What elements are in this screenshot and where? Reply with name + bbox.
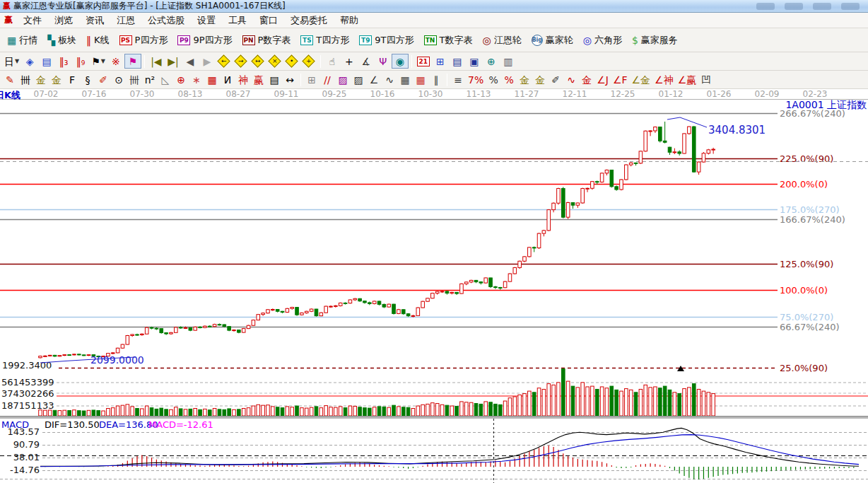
9t-square-button[interactable]: T99T四方形 bbox=[354, 32, 418, 49]
bars9-button[interactable]: ‖₉ bbox=[72, 54, 89, 69]
kline-button[interactable]: ‖K线 bbox=[81, 32, 115, 49]
trend-angle-button[interactable]: ∡ bbox=[358, 54, 375, 69]
menu-item-帮助[interactable]: 帮助 bbox=[334, 13, 365, 27]
zigzag-button[interactable]: ∿ bbox=[382, 73, 397, 86]
time-grid-button[interactable]: 卌 bbox=[127, 73, 142, 86]
grid-red-button[interactable]: ▦ bbox=[413, 73, 428, 86]
gold-red-button[interactable]: 金 bbox=[579, 73, 594, 86]
bars3-button[interactable]: ‖₃ bbox=[55, 54, 72, 69]
winner-wheel-button[interactable]: Big赢家轮 bbox=[527, 32, 578, 49]
shen-angle-button[interactable]: ∠神 bbox=[652, 73, 676, 86]
t-square-button[interactable]: TST四方形 bbox=[295, 32, 354, 49]
info-panel-button[interactable]: ▤ bbox=[38, 54, 55, 69]
save-button[interactable]: ▣ bbox=[466, 54, 483, 69]
pan-hand-button[interactable]: ☝ bbox=[324, 54, 341, 69]
calculator-button[interactable]: ⊞ bbox=[432, 54, 449, 69]
menu-item-文件[interactable]: 文件 bbox=[17, 13, 48, 27]
menu-item-江恩[interactable]: 江恩 bbox=[110, 13, 141, 27]
gold-ratio-button[interactable]: 金 bbox=[33, 73, 49, 86]
t-table-button[interactable]: TNT数字表 bbox=[419, 32, 478, 49]
analysis-brain-button[interactable]: ◉ bbox=[392, 54, 409, 69]
p-table-button[interactable]: PNP数字表 bbox=[237, 32, 296, 49]
grid-dark-button[interactable]: ▦ bbox=[397, 73, 413, 86]
crosshair-button[interactable]: + bbox=[341, 54, 358, 69]
menu-item-窗口[interactable]: 窗口 bbox=[253, 13, 284, 27]
menu-item-公式选股[interactable]: 公式选股 bbox=[141, 13, 191, 27]
gold-angle-button[interactable]: ∠金 bbox=[630, 73, 653, 86]
titlebar-faint-item[interactable] bbox=[841, 3, 860, 10]
menu-item-交易委托[interactable]: 交易委托 bbox=[284, 13, 334, 27]
menu-item-浏览[interactable]: 浏览 bbox=[48, 13, 79, 27]
fan-box2-button[interactable]: ▨ bbox=[351, 73, 366, 86]
p-square-button[interactable]: PSP四方形 bbox=[115, 32, 173, 49]
sectors-button[interactable]: ▚板块 bbox=[42, 32, 81, 49]
gold-ratio2-button[interactable]: 金 bbox=[49, 73, 64, 86]
9p-square-button[interactable]: P99P四方形 bbox=[172, 32, 237, 49]
ying-tool-button[interactable]: 赢 bbox=[251, 73, 266, 86]
titlebar-faint-item[interactable] bbox=[813, 3, 831, 10]
fibonacci-button[interactable]: F bbox=[64, 73, 80, 86]
span-measure-button[interactable]: ↔ bbox=[282, 73, 298, 86]
notes-button[interactable]: ▤ bbox=[449, 54, 466, 69]
calendar-button[interactable]: 21 bbox=[415, 54, 432, 69]
next-bar-button[interactable]: ▶ bbox=[199, 54, 216, 69]
percent-button[interactable]: % bbox=[486, 73, 501, 86]
quotes-button[interactable]: ▦行情 bbox=[2, 32, 42, 49]
spiral-button[interactable]: § bbox=[80, 73, 95, 86]
diamond-collapse-button[interactable]: × bbox=[266, 54, 283, 69]
last-bar-button[interactable]: ▶| bbox=[165, 54, 182, 69]
print-button[interactable]: ▥ bbox=[500, 54, 517, 69]
gann-wheel-button[interactable]: ◎江恩轮 bbox=[477, 32, 526, 49]
percent7-button[interactable]: 7% bbox=[466, 73, 486, 86]
titlebar-faint-item[interactable] bbox=[756, 3, 775, 10]
web-button[interactable]: ⊕ bbox=[483, 54, 500, 69]
wave-mark-button[interactable]: И bbox=[220, 73, 235, 86]
menu-item-资讯[interactable]: 资讯 bbox=[79, 13, 110, 27]
box-grid-button[interactable]: ▦ bbox=[204, 73, 220, 86]
hexagon-button[interactable]: ◎六角形 bbox=[578, 32, 627, 49]
gold-line-button[interactable]: 金 bbox=[532, 73, 548, 86]
fan-lines-button[interactable]: // bbox=[319, 73, 335, 86]
angle-set-button[interactable]: ∠ bbox=[366, 73, 382, 86]
diamond-expand-button[interactable]: + bbox=[300, 54, 317, 69]
menu-item-工具[interactable]: 工具 bbox=[222, 13, 253, 27]
winner-service-button[interactable]: $赢家服务 bbox=[627, 32, 683, 49]
window-grid-button[interactable]: ⊞ bbox=[304, 73, 319, 86]
parallel-button[interactable]: ∥ bbox=[428, 73, 444, 86]
ruler123-button[interactable]: ▤ bbox=[266, 73, 282, 86]
first-bar-button[interactable]: |◀ bbox=[148, 54, 165, 69]
diamond-left-button[interactable]: ← bbox=[216, 54, 233, 69]
wave-red-button[interactable]: ∿ bbox=[563, 73, 579, 86]
menu-item-设置[interactable]: 设置 bbox=[191, 13, 222, 27]
fan-box-button[interactable]: ▨ bbox=[335, 73, 351, 86]
period-day-button[interactable]: 日▼ bbox=[2, 54, 21, 69]
pen-bars-button[interactable]: ✐ bbox=[548, 73, 563, 86]
diamond-hspan-button[interactable]: ↔ bbox=[250, 54, 266, 69]
gann-ornament-button[interactable]: ※ bbox=[107, 54, 124, 69]
time-cycle-button[interactable]: 卌 bbox=[18, 73, 33, 86]
target-button[interactable]: ⊕ bbox=[173, 73, 189, 86]
mirror-angle-button[interactable]: ◺ bbox=[158, 73, 173, 86]
gold-circle-button[interactable]: 金 bbox=[517, 73, 532, 86]
ying-angle-button[interactable]: ∠赢 bbox=[676, 73, 699, 86]
gann-tools-button[interactable]: ◈ bbox=[21, 54, 38, 69]
scale-list-button[interactable]: ≡ bbox=[450, 73, 466, 86]
marker-pen-button[interactable]: ✐ bbox=[95, 73, 111, 86]
diamond-center-button[interactable]: • bbox=[283, 54, 300, 69]
j-angle-button[interactable]: ∠J bbox=[594, 73, 611, 86]
titlebar[interactable]: 赢 赢家江恩专业版[赢家内部服务平台] - [上证指数 SH1A0001-167… bbox=[0, 0, 868, 13]
draw-pen-button[interactable]: ✎ bbox=[2, 73, 18, 86]
n-square-button[interactable]: n² bbox=[142, 73, 158, 86]
flag-button[interactable]: ⚑▼ bbox=[89, 54, 107, 69]
color-flag-button[interactable]: ⚑ bbox=[124, 54, 141, 69]
titlebar-faint-item[interactable] bbox=[785, 3, 803, 10]
circle-ruler-button[interactable]: ⊙ bbox=[111, 73, 127, 86]
prev-bar-button[interactable]: ◀ bbox=[182, 54, 199, 69]
percent-line-button[interactable]: % bbox=[501, 73, 517, 86]
star-grid-button[interactable]: ∗ bbox=[189, 73, 204, 86]
concave-button[interactable]: 凹 bbox=[698, 73, 714, 86]
diamond-right-button[interactable]: → bbox=[233, 54, 250, 69]
f-angle-button[interactable]: ∠F bbox=[611, 73, 630, 86]
gann-fan-button[interactable]: Ψ bbox=[375, 54, 392, 69]
shen-tool-button[interactable]: 神 bbox=[235, 73, 251, 86]
